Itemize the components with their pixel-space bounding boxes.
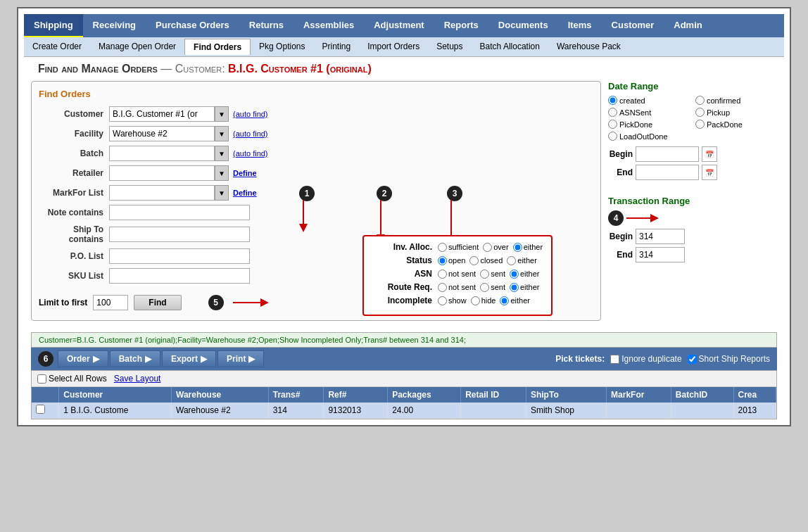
- save-layout-link[interactable]: Save Layout: [114, 374, 161, 384]
- nav-purchase-orders[interactable]: Purchase Orders: [146, 14, 239, 37]
- nav-customer[interactable]: Customer: [602, 14, 664, 37]
- subnav-create-order[interactable]: Create Order: [24, 39, 90, 55]
- limit-input[interactable]: [93, 295, 128, 310]
- facility-dropdown-btn[interactable]: ▼: [215, 126, 229, 141]
- date-radio-confirmed[interactable]: confirmed: [695, 96, 777, 105]
- status-either[interactable]: either: [507, 256, 537, 265]
- nav-documents[interactable]: Documents: [488, 14, 558, 37]
- date-radio-pickup[interactable]: Pickup: [695, 108, 777, 117]
- nav-shipping[interactable]: Shipping: [24, 14, 83, 37]
- subnav-printing[interactable]: Printing: [313, 39, 359, 55]
- customer-input[interactable]: [109, 106, 215, 122]
- date-end-row: End 📅: [608, 165, 777, 180]
- nav-admin[interactable]: Admin: [664, 14, 712, 37]
- batch-btn[interactable]: Batch ▶: [110, 350, 160, 367]
- shipto-input[interactable]: [109, 227, 250, 242]
- asn-either[interactable]: either: [510, 270, 540, 279]
- order-btn[interactable]: Order ▶: [58, 350, 108, 367]
- select-all-label[interactable]: Select All Rows: [37, 374, 107, 384]
- note-input[interactable]: [109, 205, 250, 220]
- routereq-not-sent[interactable]: not sent: [438, 283, 476, 292]
- incomplete-show[interactable]: show: [438, 296, 467, 305]
- markfor-dropdown-btn[interactable]: ▼: [215, 185, 229, 201]
- subnav-warehouse-pack[interactable]: Warehouse Pack: [548, 39, 629, 55]
- retailer-label: Retailer: [39, 168, 109, 178]
- date-radio-asnsent[interactable]: ASNSent: [608, 108, 690, 117]
- nav-reports[interactable]: Reports: [434, 14, 488, 37]
- batch-auto-find[interactable]: (auto find): [233, 149, 268, 158]
- col-markfor[interactable]: MarkFor: [607, 387, 671, 403]
- date-radio-pickdone[interactable]: PickDone: [608, 120, 690, 129]
- date-end-calendar-btn[interactable]: 📅: [702, 165, 717, 180]
- nav-adjustment[interactable]: Adjustment: [364, 14, 434, 37]
- customer-dropdown-btn[interactable]: ▼: [215, 106, 229, 122]
- date-radio-loadoutdone[interactable]: LoadOutDone: [608, 132, 690, 141]
- status-closed[interactable]: closed: [469, 256, 503, 265]
- incomplete-hide[interactable]: hide: [471, 296, 496, 305]
- subnav-batch-allocation[interactable]: Batch Allocation: [472, 39, 548, 55]
- nav-items[interactable]: Items: [558, 14, 602, 37]
- date-end-input[interactable]: [636, 165, 699, 180]
- polist-input[interactable]: [109, 248, 250, 264]
- status-open[interactable]: open: [438, 256, 465, 265]
- subnav-find-orders[interactable]: Find Orders: [184, 39, 251, 55]
- facility-row: Facility ▼ (auto find): [39, 126, 593, 141]
- col-shipto[interactable]: ShipTo: [526, 387, 606, 403]
- inv-alloc-over[interactable]: over: [483, 243, 508, 252]
- retailer-dropdown-btn[interactable]: ▼: [215, 165, 229, 181]
- subnav-pkg-options[interactable]: Pkg Options: [251, 39, 313, 55]
- retailer-input[interactable]: [109, 165, 215, 181]
- facility-auto-find[interactable]: (auto find): [233, 129, 268, 138]
- routereq-sent[interactable]: sent: [480, 283, 505, 292]
- inv-alloc-either[interactable]: either: [513, 243, 543, 252]
- date-radio-created[interactable]: created: [608, 96, 690, 105]
- markfor-define-link[interactable]: Define: [233, 189, 257, 197]
- batch-dropdown-btn[interactable]: ▼: [215, 146, 229, 161]
- cell-checkbox[interactable]: [32, 403, 59, 419]
- select-all-checkbox[interactable]: [37, 374, 46, 384]
- date-begin-row: Begin 📅: [608, 146, 777, 162]
- col-trans[interactable]: Trans#: [268, 387, 324, 403]
- customer-row: Customer ▼ (auto find): [39, 106, 593, 122]
- subnav-manage-open-order[interactable]: Manage Open Order: [90, 39, 184, 55]
- find-button[interactable]: Find: [134, 295, 181, 310]
- app-wrapper: Shipping Receiving Purchase Orders Retur…: [17, 7, 791, 426]
- print-btn[interactable]: Print ▶: [217, 350, 264, 367]
- col-packages[interactable]: Packages: [388, 387, 461, 403]
- date-begin-input[interactable]: [636, 146, 699, 162]
- nav-assemblies[interactable]: Assemblies: [293, 14, 364, 37]
- batch-input[interactable]: [109, 146, 215, 161]
- col-customer[interactable]: Customer: [59, 387, 172, 403]
- facility-input[interactable]: [109, 126, 215, 141]
- asn-not-sent[interactable]: not sent: [438, 270, 476, 279]
- table-header-row: Customer Warehouse Trans# Ref# Packages …: [32, 387, 776, 403]
- retailer-define-link[interactable]: Define: [233, 169, 257, 177]
- skulist-input[interactable]: [109, 268, 250, 284]
- trans-end-input[interactable]: [636, 247, 685, 262]
- col-created[interactable]: Crea: [733, 387, 776, 403]
- customer-auto-find[interactable]: (auto find): [233, 110, 268, 118]
- nav-receiving[interactable]: Receiving: [83, 14, 146, 37]
- ignore-duplicate-checkbox[interactable]: [610, 355, 619, 364]
- inv-alloc-sufficient[interactable]: sufficient: [438, 243, 479, 252]
- date-begin-calendar-btn[interactable]: 📅: [702, 146, 717, 162]
- trans-begin-input[interactable]: [636, 229, 685, 244]
- table-row[interactable]: 1 B.I.G. Custome Warehouse #2 314 913201…: [32, 403, 776, 419]
- markfor-input[interactable]: [109, 185, 215, 201]
- incomplete-either[interactable]: either: [500, 296, 530, 305]
- col-retail-id[interactable]: Retail ID: [461, 387, 526, 403]
- asn-sent[interactable]: sent: [480, 270, 505, 279]
- routereq-either[interactable]: either: [510, 283, 540, 292]
- subnav-import-orders[interactable]: Import Orders: [359, 39, 428, 55]
- col-batchid[interactable]: BatchID: [671, 387, 733, 403]
- export-btn[interactable]: Export ▶: [162, 350, 216, 367]
- nav-returns[interactable]: Returns: [239, 14, 293, 37]
- date-radio-packdone[interactable]: PackDone: [695, 120, 777, 129]
- ignore-duplicate-checkbox-label[interactable]: Ignore duplicate: [610, 354, 681, 364]
- short-ship-reports-checkbox-label[interactable]: Short Ship Reports: [688, 354, 770, 364]
- short-ship-reports-checkbox[interactable]: [688, 355, 697, 364]
- col-ref[interactable]: Ref#: [324, 387, 388, 403]
- subnav-setups[interactable]: Setups: [428, 39, 471, 55]
- retailer-row: Retailer ▼ Define: [39, 165, 593, 181]
- col-warehouse[interactable]: Warehouse: [172, 387, 269, 403]
